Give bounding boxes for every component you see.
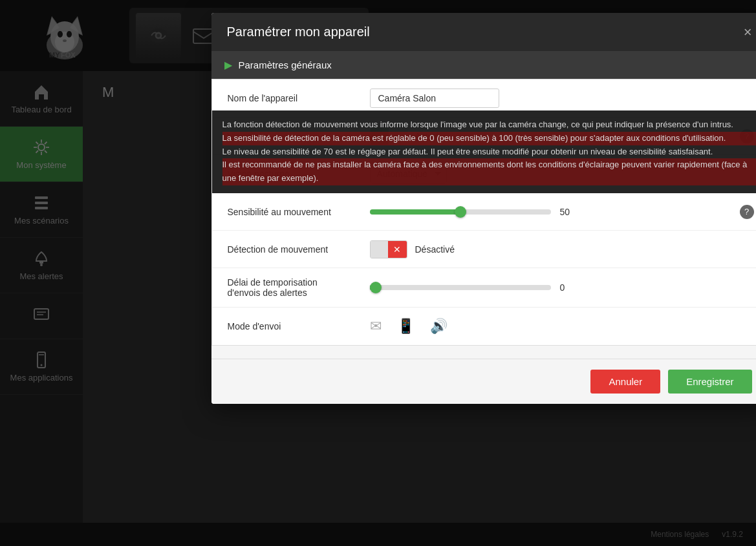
delai-slider-container: 0 [370, 282, 751, 293]
delai-label: Délai de temporisation d'envois des aler… [228, 277, 370, 298]
toggle-left-side [371, 241, 388, 258]
mode-envoi-label: Mode d'envoi [228, 321, 370, 331]
form-content: Nom de l'appareil Vie privée ✓ Activé ? [211, 79, 757, 346]
detection-control: ✕ Désactivé [370, 240, 751, 258]
detection-toggle[interactable]: ✕ [370, 240, 407, 258]
form-row-mode-envoi: Mode d'envoi ✉ 📱 🔊 [212, 308, 757, 345]
modal-title: Paramétrer mon appareil [227, 25, 370, 39]
cancel-button[interactable]: Annuler [590, 370, 660, 394]
sensibilite-slider-thumb[interactable] [455, 206, 466, 218]
mode-sound-icon[interactable]: 🔊 [430, 318, 448, 335]
sensibilite-value: 50 [560, 207, 579, 217]
mode-email-icon[interactable]: ✉ [370, 318, 382, 335]
nom-input[interactable] [370, 89, 499, 108]
form-row-sensibilite: Sensibilité au mouvement 50 ? La fonctio… [212, 193, 757, 231]
tooltip-line3: Le niveau de sensibilité de 70 est le ré… [222, 147, 713, 156]
tooltip-line4: Il est recommandé de ne pas installer la… [222, 158, 757, 185]
modal-header: Paramétrer mon appareil × [211, 13, 757, 51]
nom-control [370, 89, 751, 108]
modal-parametrer: Paramétrer mon appareil × ▶ Paramètres g… [211, 13, 757, 404]
sensibilite-control: 50 [370, 207, 751, 217]
delai-slider-track[interactable] [370, 285, 551, 290]
modal-footer: Annuler Enregistrer [211, 359, 757, 404]
mode-mobile-icon[interactable]: 📱 [397, 318, 415, 335]
form-row-delai: Délai de temporisation d'envois des aler… [212, 268, 757, 308]
delai-value: 0 [560, 282, 579, 293]
tooltip-line2: La sensibilité de détection de la caméra… [222, 132, 757, 145]
tooltip-line1: La fonction détection de mouvement vous … [222, 120, 734, 129]
section-chevron-icon: ▶ [224, 59, 232, 71]
detection-label: Détection de mouvement [228, 244, 370, 255]
mode-envoi-control: ✉ 📱 🔊 [370, 318, 751, 335]
tooltip-box: La fonction détection de mouvement vous … [212, 110, 757, 193]
modal-close-button[interactable]: × [744, 25, 752, 39]
section-header-general[interactable]: ▶ Paramètres généraux [211, 51, 757, 79]
detection-status: Désactivé [415, 244, 455, 255]
nom-label: Nom de l'appareil [228, 93, 370, 103]
modal-body: ▶ Paramètres généraux Nom de l'appareil … [211, 51, 757, 359]
delai-label-text: Délai de temporisation d'envois des aler… [228, 277, 318, 298]
save-button[interactable]: Enregistrer [668, 370, 751, 394]
section-label: Paramètres généraux [239, 59, 332, 70]
form-row-detection: Détection de mouvement ✕ Désactivé [212, 231, 757, 268]
sensibilite-slider-container: 50 [370, 207, 751, 217]
delai-slider-thumb[interactable] [370, 282, 382, 293]
delai-control: 0 [370, 282, 751, 293]
sensibilite-help-icon[interactable]: ? [740, 205, 754, 219]
toggle-right-side: ✕ [388, 241, 407, 258]
sensibilite-slider-fill [370, 209, 460, 215]
sensibilite-slider-track[interactable] [370, 209, 551, 215]
sensibilite-label: Sensibilité au mouvement [228, 207, 370, 217]
